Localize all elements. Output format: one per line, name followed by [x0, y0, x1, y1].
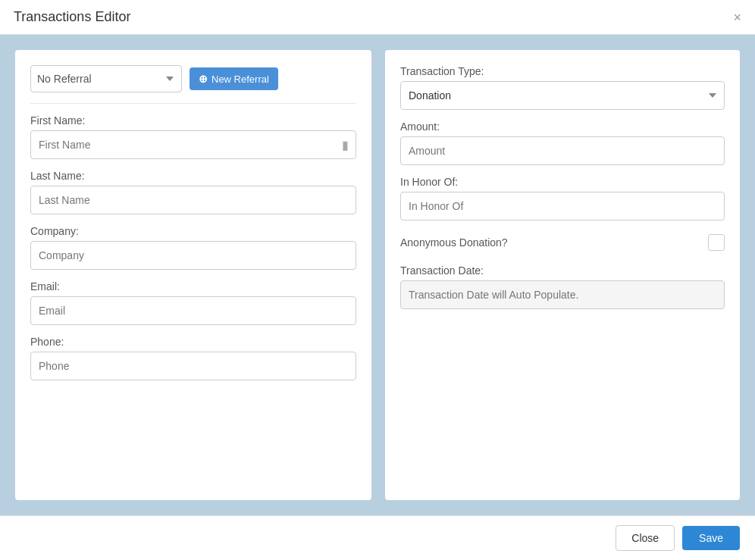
company-group: Company: [30, 225, 356, 270]
transaction-date-label: Transaction Date: [400, 264, 725, 277]
modal-body: No Referral ⊕ New Referral First Name: ▮… [0, 35, 755, 515]
company-label: Company: [30, 225, 356, 237]
last-name-group: Last Name: [30, 170, 356, 214]
modal-header: Transactions Editor × [0, 0, 755, 35]
amount-label: Amount: [400, 120, 725, 133]
first-name-input[interactable] [30, 130, 356, 159]
last-name-label: Last Name: [30, 170, 356, 182]
new-referral-button[interactable]: ⊕ New Referral [190, 67, 278, 90]
anonymous-donation-label: Anonymous Donation? [400, 236, 508, 249]
transaction-type-select[interactable]: Donation Payment Refund [400, 81, 725, 110]
phone-label: Phone: [30, 336, 356, 348]
transaction-date-group: Transaction Date: [400, 264, 725, 309]
transaction-type-label: Transaction Type: [400, 65, 725, 77]
amount-input[interactable] [400, 136, 725, 165]
transaction-date-input [400, 280, 725, 309]
last-name-input[interactable] [30, 186, 356, 214]
phone-input[interactable] [30, 352, 356, 380]
company-input[interactable] [30, 241, 356, 270]
email-label: Email: [30, 280, 356, 293]
transaction-type-group: Transaction Type: Donation Payment Refun… [400, 65, 725, 110]
close-x-button[interactable]: × [733, 11, 741, 24]
modal-footer: Close Save [0, 515, 755, 560]
email-input[interactable] [30, 296, 356, 325]
phone-group: Phone: [30, 336, 356, 380]
divider [30, 103, 356, 104]
in-honor-of-label: In Honor Of: [400, 176, 725, 188]
left-panel: No Referral ⊕ New Referral First Name: ▮… [15, 50, 371, 500]
referral-select[interactable]: No Referral [30, 65, 182, 92]
first-name-group: First Name: ▮ [30, 114, 356, 159]
anonymous-donation-row: Anonymous Donation? [400, 231, 725, 254]
save-button[interactable]: Save [682, 526, 740, 550]
right-panel: Transaction Type: Donation Payment Refun… [385, 50, 740, 500]
amount-group: Amount: [400, 120, 725, 165]
modal-title: Transactions Editor [14, 9, 130, 25]
first-name-label: First Name: [30, 114, 356, 127]
in-honor-of-input[interactable] [400, 192, 725, 221]
in-honor-of-group: In Honor Of: [400, 176, 725, 221]
email-group: Email: [30, 280, 356, 325]
first-name-input-wrapper: ▮ [30, 130, 356, 159]
new-referral-label: New Referral [211, 74, 269, 85]
plus-icon: ⊕ [199, 73, 208, 85]
close-button[interactable]: Close [616, 525, 675, 551]
referral-row: No Referral ⊕ New Referral [30, 65, 356, 92]
calendar-icon: ▮ [342, 138, 349, 152]
anonymous-donation-checkbox[interactable] [708, 234, 725, 251]
